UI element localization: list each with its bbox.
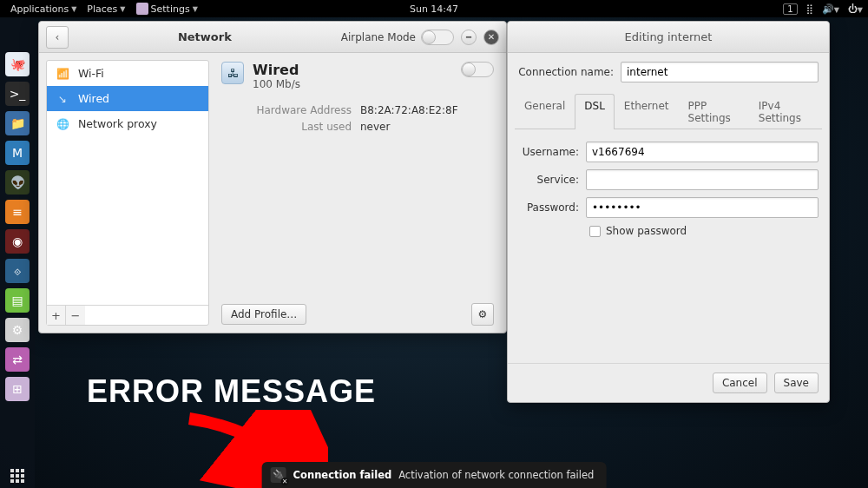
notes-icon[interactable]: ▤ [5, 288, 30, 313]
detail-value: never [360, 121, 390, 133]
recording-icon[interactable]: ⣿ [806, 3, 813, 15]
connection-name-input[interactable] [621, 62, 819, 82]
toast-title: Connection failed [293, 469, 392, 481]
menu-app-indicator[interactable]: Settings▼ [131, 3, 203, 15]
dock: 🐙>_📁M👽≡◉⟐▤⚙⇄⊞ [0, 17, 35, 488]
show-password-label: Show password [606, 225, 687, 237]
sidebar-item-wifi-icon: 📶 [56, 68, 69, 80]
sidebar-item-wired-icon: ↘ [56, 93, 69, 105]
airplane-mode-toggle[interactable] [421, 30, 454, 45]
close-button[interactable]: ✕ [483, 30, 499, 45]
settings-icon[interactable]: ⚙ [5, 318, 30, 342]
tab-general[interactable]: General [515, 94, 575, 129]
power-icon[interactable]: ⏻▼ [848, 3, 863, 15]
edit-dialog-title: Editing internet [515, 30, 822, 43]
zenmap-icon[interactable]: ◉ [5, 229, 30, 254]
show-password-checkbox[interactable] [589, 226, 601, 237]
tab-ipv4-settings[interactable]: IPv4 Settings [749, 94, 822, 129]
tab-ethernet[interactable]: Ethernet [615, 94, 679, 129]
edit-connection-dialog: Editing internet Connection name: Genera… [507, 21, 830, 403]
network-settings-window: ‹ Network Airplane Mode ━ ✕ 📶Wi-Fi↘Wired… [38, 21, 507, 333]
clock[interactable]: Sun 14:47 [410, 3, 458, 15]
back-button[interactable]: ‹ [46, 26, 69, 49]
workspace-indicator[interactable]: 1 [783, 3, 797, 15]
minimize-button[interactable]: ━ [461, 30, 477, 45]
sidebar-item-wired[interactable]: ↘Wired [47, 86, 208, 111]
password-input[interactable] [586, 197, 819, 218]
username-input[interactable] [586, 142, 819, 162]
system-tray: 1 ⣿ 🔊▼ ⏻▼ [783, 3, 863, 15]
service-label: Service: [518, 174, 579, 186]
notification-toast[interactable]: 🔌 Connection failed Activation of networ… [262, 462, 607, 488]
cancel-button[interactable]: Cancel [713, 373, 767, 393]
top-panel: Applications▼ Places▼ Settings▼ Sun 14:4… [0, 0, 868, 17]
detail-row: Last usednever [221, 121, 494, 133]
menu-applications[interactable]: Applications▼ [5, 3, 82, 15]
edit-dialog-titlebar: Editing internet [508, 22, 829, 53]
window-title: Network [76, 30, 334, 43]
service-input[interactable] [586, 169, 819, 190]
save-button[interactable]: Save [774, 373, 819, 393]
add-profile-button[interactable]: Add Profile… [221, 304, 306, 325]
kismet-icon[interactable]: ⟐ [5, 259, 30, 283]
volume-icon[interactable]: 🔊▼ [822, 3, 839, 15]
airplane-mode-label: Airplane Mode [341, 31, 416, 43]
connection-speed: 100 Mb/s [253, 78, 300, 90]
password-label: Password: [518, 201, 579, 214]
sidebar-item-wifi[interactable]: 📶Wi-Fi [47, 61, 208, 86]
burp-icon[interactable]: ≡ [5, 200, 30, 224]
edit-dialog-tabs: GeneralDSLEthernetPPP SettingsIPv4 Setti… [515, 93, 822, 129]
tab-dsl[interactable]: DSL [575, 94, 615, 129]
toast-body: Activation of network connection failed [398, 469, 594, 481]
error-annotation-text: ERROR MESSAGE [87, 373, 376, 410]
detail-value: B8:2A:72:A8:E2:8F [360, 104, 458, 116]
wired-enable-toggle[interactable] [461, 62, 494, 77]
sidebar-item-proxy[interactable]: 🌐Network proxy [47, 111, 208, 136]
wired-connection-icon [221, 62, 244, 84]
connection-name-label: Connection name: [518, 66, 614, 78]
network-titlebar: ‹ Network Airplane Mode ━ ✕ [39, 22, 506, 53]
connection-settings-button[interactable]: ⚙ [471, 303, 494, 326]
connection-detail-pane: Wired 100 Mb/s Hardware AddressB8:2A:72:… [209, 53, 506, 333]
sidebar-item-label: Network proxy [78, 117, 157, 130]
add-connection-button[interactable]: + [47, 306, 66, 325]
tab-ppp-settings[interactable]: PPP Settings [679, 94, 749, 129]
files-icon[interactable]: 📁 [5, 111, 30, 135]
connection-failed-icon: 🔌 [271, 467, 286, 483]
detail-key: Hardware Address [221, 104, 352, 116]
terminal-icon[interactable]: >_ [5, 82, 30, 106]
detail-key: Last used [221, 121, 352, 133]
sidebar-item-proxy-icon: 🌐 [56, 118, 69, 130]
connection-title: Wired [253, 62, 300, 78]
show-apps-button[interactable] [5, 464, 30, 488]
metasploit-icon[interactable]: M [5, 141, 30, 165]
username-label: Username: [518, 146, 579, 158]
remove-connection-button[interactable]: − [66, 306, 85, 325]
detail-row: Hardware AddressB8:2A:72:A8:E2:8F [221, 104, 494, 116]
armitage-icon[interactable]: 👽 [5, 170, 30, 195]
octopus-icon[interactable]: 🐙 [5, 52, 30, 76]
network-sidebar: 📶Wi-Fi↘Wired🌐Network proxy + − [46, 60, 209, 326]
settings-indicator-icon [136, 3, 148, 15]
tweaks-icon[interactable]: ⇄ [5, 347, 30, 372]
sidebar-item-label: Wi-Fi [78, 67, 104, 80]
menu-places[interactable]: Places▼ [82, 3, 130, 15]
other-settings-icon[interactable]: ⊞ [5, 377, 30, 401]
sidebar-item-label: Wired [78, 92, 109, 105]
